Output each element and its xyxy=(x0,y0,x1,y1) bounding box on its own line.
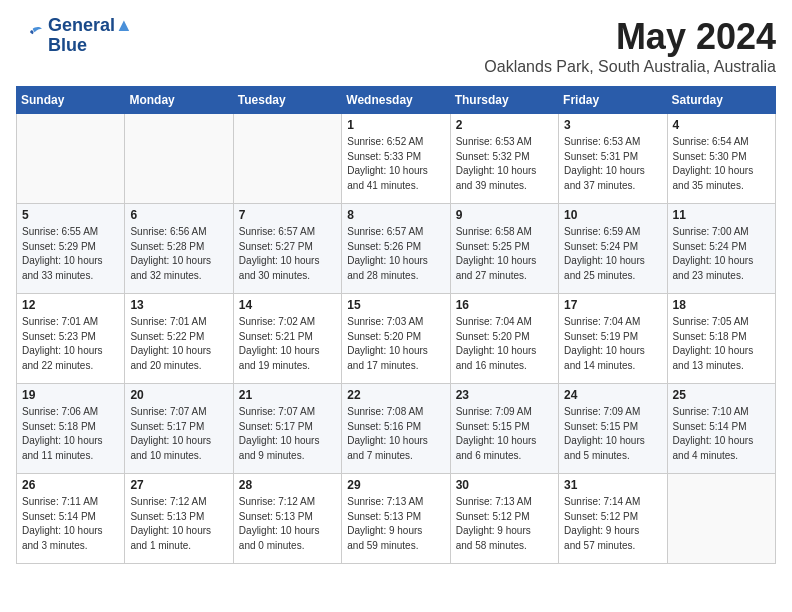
calendar-cell: 23Sunrise: 7:09 AM Sunset: 5:15 PM Dayli… xyxy=(450,384,558,474)
day-info: Sunrise: 7:14 AM Sunset: 5:12 PM Dayligh… xyxy=(564,495,661,553)
location-subtitle: Oaklands Park, South Australia, Australi… xyxy=(484,58,776,76)
day-info: Sunrise: 7:09 AM Sunset: 5:15 PM Dayligh… xyxy=(564,405,661,463)
day-info: Sunrise: 7:03 AM Sunset: 5:20 PM Dayligh… xyxy=(347,315,444,373)
day-number: 5 xyxy=(22,208,119,222)
calendar-cell: 3Sunrise: 6:53 AM Sunset: 5:31 PM Daylig… xyxy=(559,114,667,204)
day-info: Sunrise: 6:58 AM Sunset: 5:25 PM Dayligh… xyxy=(456,225,553,283)
day-number: 21 xyxy=(239,388,336,402)
day-number: 9 xyxy=(456,208,553,222)
weekday-header-cell: Tuesday xyxy=(233,87,341,114)
calendar-cell: 28Sunrise: 7:12 AM Sunset: 5:13 PM Dayli… xyxy=(233,474,341,564)
calendar-cell: 29Sunrise: 7:13 AM Sunset: 5:13 PM Dayli… xyxy=(342,474,450,564)
calendar-cell: 2Sunrise: 6:53 AM Sunset: 5:32 PM Daylig… xyxy=(450,114,558,204)
day-number: 30 xyxy=(456,478,553,492)
page-header: General▲ Blue May 2024 Oaklands Park, So… xyxy=(16,16,776,76)
calendar-body: 1Sunrise: 6:52 AM Sunset: 5:33 PM Daylig… xyxy=(17,114,776,564)
calendar-cell: 31Sunrise: 7:14 AM Sunset: 5:12 PM Dayli… xyxy=(559,474,667,564)
day-number: 20 xyxy=(130,388,227,402)
day-number: 11 xyxy=(673,208,770,222)
day-number: 10 xyxy=(564,208,661,222)
day-info: Sunrise: 7:13 AM Sunset: 5:13 PM Dayligh… xyxy=(347,495,444,553)
weekday-header-cell: Sunday xyxy=(17,87,125,114)
calendar-cell: 18Sunrise: 7:05 AM Sunset: 5:18 PM Dayli… xyxy=(667,294,775,384)
calendar-cell: 1Sunrise: 6:52 AM Sunset: 5:33 PM Daylig… xyxy=(342,114,450,204)
day-info: Sunrise: 7:11 AM Sunset: 5:14 PM Dayligh… xyxy=(22,495,119,553)
day-info: Sunrise: 6:53 AM Sunset: 5:32 PM Dayligh… xyxy=(456,135,553,193)
day-info: Sunrise: 7:04 AM Sunset: 5:20 PM Dayligh… xyxy=(456,315,553,373)
day-info: Sunrise: 6:55 AM Sunset: 5:29 PM Dayligh… xyxy=(22,225,119,283)
calendar-cell xyxy=(17,114,125,204)
calendar-cell: 9Sunrise: 6:58 AM Sunset: 5:25 PM Daylig… xyxy=(450,204,558,294)
calendar-cell: 10Sunrise: 6:59 AM Sunset: 5:24 PM Dayli… xyxy=(559,204,667,294)
day-number: 16 xyxy=(456,298,553,312)
calendar-cell xyxy=(125,114,233,204)
day-number: 28 xyxy=(239,478,336,492)
day-number: 27 xyxy=(130,478,227,492)
calendar-cell: 11Sunrise: 7:00 AM Sunset: 5:24 PM Dayli… xyxy=(667,204,775,294)
day-number: 2 xyxy=(456,118,553,132)
calendar-cell: 27Sunrise: 7:12 AM Sunset: 5:13 PM Dayli… xyxy=(125,474,233,564)
day-number: 15 xyxy=(347,298,444,312)
calendar-cell: 15Sunrise: 7:03 AM Sunset: 5:20 PM Dayli… xyxy=(342,294,450,384)
day-number: 12 xyxy=(22,298,119,312)
calendar-cell: 17Sunrise: 7:04 AM Sunset: 5:19 PM Dayli… xyxy=(559,294,667,384)
day-number: 8 xyxy=(347,208,444,222)
day-number: 22 xyxy=(347,388,444,402)
day-number: 25 xyxy=(673,388,770,402)
day-info: Sunrise: 7:12 AM Sunset: 5:13 PM Dayligh… xyxy=(130,495,227,553)
day-number: 31 xyxy=(564,478,661,492)
month-title: May 2024 xyxy=(484,16,776,58)
day-info: Sunrise: 7:01 AM Sunset: 5:23 PM Dayligh… xyxy=(22,315,119,373)
weekday-header-cell: Wednesday xyxy=(342,87,450,114)
day-number: 3 xyxy=(564,118,661,132)
day-number: 4 xyxy=(673,118,770,132)
calendar-cell: 30Sunrise: 7:13 AM Sunset: 5:12 PM Dayli… xyxy=(450,474,558,564)
calendar-week-row: 12Sunrise: 7:01 AM Sunset: 5:23 PM Dayli… xyxy=(17,294,776,384)
day-number: 14 xyxy=(239,298,336,312)
day-number: 7 xyxy=(239,208,336,222)
weekday-header-cell: Monday xyxy=(125,87,233,114)
logo-icon xyxy=(16,25,44,47)
day-info: Sunrise: 7:07 AM Sunset: 5:17 PM Dayligh… xyxy=(239,405,336,463)
day-number: 29 xyxy=(347,478,444,492)
weekday-header-cell: Thursday xyxy=(450,87,558,114)
calendar-cell: 6Sunrise: 6:56 AM Sunset: 5:28 PM Daylig… xyxy=(125,204,233,294)
logo-text: General▲ Blue xyxy=(48,16,133,56)
weekday-header-cell: Friday xyxy=(559,87,667,114)
calendar-cell: 20Sunrise: 7:07 AM Sunset: 5:17 PM Dayli… xyxy=(125,384,233,474)
day-info: Sunrise: 7:01 AM Sunset: 5:22 PM Dayligh… xyxy=(130,315,227,373)
calendar-cell: 13Sunrise: 7:01 AM Sunset: 5:22 PM Dayli… xyxy=(125,294,233,384)
day-info: Sunrise: 6:57 AM Sunset: 5:27 PM Dayligh… xyxy=(239,225,336,283)
day-info: Sunrise: 6:57 AM Sunset: 5:26 PM Dayligh… xyxy=(347,225,444,283)
weekday-header-row: SundayMondayTuesdayWednesdayThursdayFrid… xyxy=(17,87,776,114)
day-number: 13 xyxy=(130,298,227,312)
day-info: Sunrise: 7:06 AM Sunset: 5:18 PM Dayligh… xyxy=(22,405,119,463)
calendar-week-row: 26Sunrise: 7:11 AM Sunset: 5:14 PM Dayli… xyxy=(17,474,776,564)
day-info: Sunrise: 6:53 AM Sunset: 5:31 PM Dayligh… xyxy=(564,135,661,193)
calendar-cell: 19Sunrise: 7:06 AM Sunset: 5:18 PM Dayli… xyxy=(17,384,125,474)
calendar-cell: 26Sunrise: 7:11 AM Sunset: 5:14 PM Dayli… xyxy=(17,474,125,564)
day-info: Sunrise: 7:09 AM Sunset: 5:15 PM Dayligh… xyxy=(456,405,553,463)
day-info: Sunrise: 7:13 AM Sunset: 5:12 PM Dayligh… xyxy=(456,495,553,553)
weekday-header-cell: Saturday xyxy=(667,87,775,114)
calendar-cell: 8Sunrise: 6:57 AM Sunset: 5:26 PM Daylig… xyxy=(342,204,450,294)
title-block: May 2024 Oaklands Park, South Australia,… xyxy=(484,16,776,76)
calendar-cell: 14Sunrise: 7:02 AM Sunset: 5:21 PM Dayli… xyxy=(233,294,341,384)
day-number: 17 xyxy=(564,298,661,312)
calendar-week-row: 5Sunrise: 6:55 AM Sunset: 5:29 PM Daylig… xyxy=(17,204,776,294)
day-number: 1 xyxy=(347,118,444,132)
day-info: Sunrise: 7:05 AM Sunset: 5:18 PM Dayligh… xyxy=(673,315,770,373)
day-number: 6 xyxy=(130,208,227,222)
day-number: 18 xyxy=(673,298,770,312)
calendar-cell: 24Sunrise: 7:09 AM Sunset: 5:15 PM Dayli… xyxy=(559,384,667,474)
calendar-cell: 16Sunrise: 7:04 AM Sunset: 5:20 PM Dayli… xyxy=(450,294,558,384)
day-info: Sunrise: 6:59 AM Sunset: 5:24 PM Dayligh… xyxy=(564,225,661,283)
calendar-cell: 5Sunrise: 6:55 AM Sunset: 5:29 PM Daylig… xyxy=(17,204,125,294)
day-info: Sunrise: 7:10 AM Sunset: 5:14 PM Dayligh… xyxy=(673,405,770,463)
calendar-cell: 21Sunrise: 7:07 AM Sunset: 5:17 PM Dayli… xyxy=(233,384,341,474)
day-number: 26 xyxy=(22,478,119,492)
calendar-cell: 4Sunrise: 6:54 AM Sunset: 5:30 PM Daylig… xyxy=(667,114,775,204)
day-number: 24 xyxy=(564,388,661,402)
calendar-table: SundayMondayTuesdayWednesdayThursdayFrid… xyxy=(16,86,776,564)
calendar-cell: 12Sunrise: 7:01 AM Sunset: 5:23 PM Dayli… xyxy=(17,294,125,384)
